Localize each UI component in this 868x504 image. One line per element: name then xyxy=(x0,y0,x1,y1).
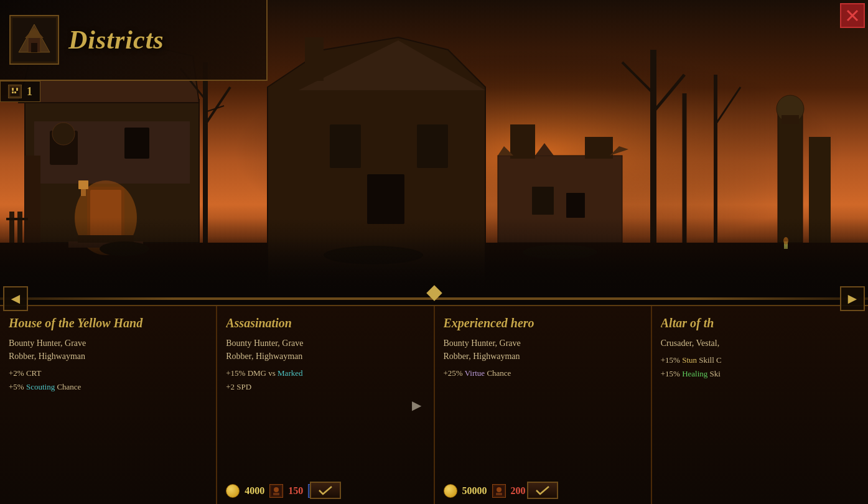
svg-rect-36 xyxy=(532,187,554,215)
card-3-stat-1: +25% Virtue Chance xyxy=(444,366,642,380)
card-3-highlight-1: Virtue xyxy=(465,368,485,378)
card-4-stat-1: +15% Stun Skill C xyxy=(661,353,859,367)
card-2-confirm-button[interactable] xyxy=(310,482,341,499)
card-1-highlight-1: Scouting xyxy=(26,382,55,391)
card-1-stat-2: +5% Scouting Chance xyxy=(9,380,207,394)
card-2-stat-2: +2 SPD xyxy=(226,380,424,394)
card-4-highlight-1: Stun xyxy=(682,355,697,365)
svg-rect-37 xyxy=(566,193,585,218)
cards-container: House of the Yellow Hand Bounty Hunter, … xyxy=(0,305,868,504)
nav-arrow-left[interactable]: ◄ xyxy=(3,286,28,311)
header: Districts xyxy=(0,0,268,81)
card-house-yellow-hand: House of the Yellow Hand Bounty Hunter, … xyxy=(0,306,217,504)
svg-rect-63 xyxy=(12,91,14,93)
week-number: 1 xyxy=(27,85,32,98)
bg-fade xyxy=(0,218,868,292)
districts-icon xyxy=(9,15,59,65)
svg-point-7 xyxy=(52,123,75,145)
card-4-highlight-2: Healing xyxy=(682,369,707,378)
week-icon xyxy=(8,85,22,98)
svg-rect-64 xyxy=(14,91,16,93)
gold-coin-icon-2 xyxy=(444,484,457,498)
portrait-icon-2 xyxy=(492,484,506,498)
card-4-title: Altar of th xyxy=(661,316,859,330)
svg-rect-57 xyxy=(31,43,37,52)
card-2-portrait: 150 xyxy=(288,485,303,497)
svg-rect-69 xyxy=(273,493,279,495)
nav-arrow-right[interactable]: ► xyxy=(840,286,865,311)
card-4-stat-2: +15% Healing Ski xyxy=(661,367,859,381)
svg-rect-76 xyxy=(496,493,502,495)
card-1-stats: +2% CRT +5% Scouting Chance xyxy=(9,366,207,498)
card-3-gold: 50000 xyxy=(462,485,487,497)
svg-rect-62 xyxy=(16,88,18,91)
card-3-portrait: 200 xyxy=(511,485,526,497)
card-altar: Altar of th Crusader, Vestal, +15% Stun … xyxy=(652,306,868,504)
card-1-heroes: Bounty Hunter, GraveRobber, Highwayman xyxy=(9,337,207,363)
card-3-title: Experienced hero xyxy=(444,316,642,330)
card-2-heroes: Bounty Hunter, GraveRobber, Highwayman xyxy=(226,337,424,363)
svg-rect-31 xyxy=(510,124,535,159)
header-title: Districts xyxy=(68,25,164,55)
close-button[interactable] xyxy=(840,3,865,28)
card-2-highlight-1: Marked xyxy=(278,368,302,378)
svg-rect-61 xyxy=(12,88,14,91)
portrait-icon xyxy=(269,484,283,498)
card-experienced-hero: Experienced hero Bounty Hunter, GraveRob… xyxy=(435,306,652,504)
svg-rect-8 xyxy=(124,128,149,159)
card-2-title: Assasination xyxy=(226,316,424,330)
card-4-stats: +15% Stun Skill C +15% Healing Ski xyxy=(661,353,859,498)
card-1-stat-1: +2% CRT xyxy=(9,366,207,380)
svg-rect-13 xyxy=(78,180,88,189)
card-2-stats: +15% DMG vs Marked +2 SPD xyxy=(226,366,424,479)
card-1-title: House of the Yellow Hand xyxy=(9,316,207,330)
card-assasination: Assasination Bounty Hunter, GraveRobber,… xyxy=(217,306,434,504)
svg-point-68 xyxy=(274,487,279,492)
svg-rect-27 xyxy=(417,124,448,168)
card-4-heroes: Crusader, Vestal, xyxy=(661,337,859,350)
card-3-heroes: Bounty Hunter, GraveRobber, Highwayman xyxy=(444,337,642,363)
cursor-arrow-icon: ▶ xyxy=(412,398,421,413)
week-counter: 1 xyxy=(0,81,40,102)
svg-rect-47 xyxy=(782,115,799,124)
card-3-stats: +25% Virtue Chance xyxy=(444,366,642,479)
svg-rect-32 xyxy=(585,137,613,159)
svg-point-75 xyxy=(497,487,502,492)
card-2-stat-1: +15% DMG vs Marked xyxy=(226,366,424,380)
gold-coin-icon xyxy=(226,484,240,498)
svg-rect-26 xyxy=(330,124,361,168)
card-2-gold: 4000 xyxy=(245,485,264,497)
svg-rect-29 xyxy=(305,37,324,81)
svg-rect-28 xyxy=(367,174,404,224)
card-3-confirm-button[interactable] xyxy=(527,482,558,499)
